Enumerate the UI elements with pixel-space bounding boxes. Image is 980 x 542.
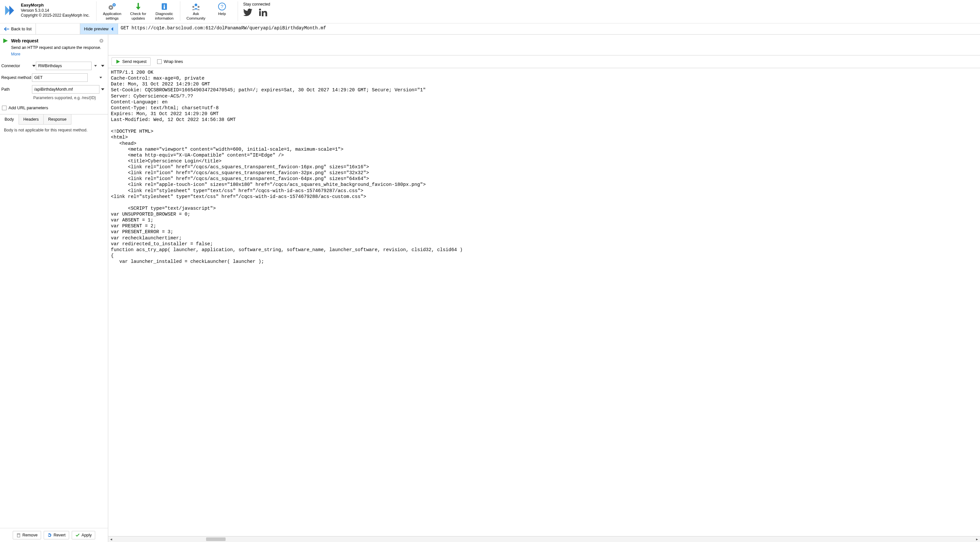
community-icon [191, 2, 200, 11]
diagnostic-information-button[interactable]: Diagnosticinformation [151, 1, 177, 22]
gears-icon [108, 2, 116, 11]
chevron-down-icon[interactable] [32, 64, 36, 68]
main-split: Web request Send an HTTP request and cap… [0, 35, 980, 542]
scroll-thumb[interactable] [206, 537, 226, 541]
ribbon: EasyMorph Version 5.3.0.14 Copyright © 2… [0, 0, 980, 24]
request-method-select[interactable] [32, 73, 88, 82]
svg-rect-7 [164, 6, 165, 9]
svg-point-3 [113, 4, 115, 6]
scroll-right-icon[interactable]: ► [974, 536, 980, 542]
stay-connected: Stay connected [240, 1, 273, 17]
divider [238, 1, 238, 21]
chevron-down-icon[interactable] [101, 88, 105, 91]
gear-icon[interactable] [99, 38, 104, 43]
svg-point-9 [192, 6, 194, 8]
ask-community-button[interactable]: AskCommunity [183, 1, 209, 22]
request-preview-area [108, 35, 980, 56]
divider [180, 1, 180, 21]
action-form: Connector Request method Path [0, 57, 108, 114]
help-button[interactable]: ? Help [209, 1, 235, 17]
chevron-down-icon[interactable] [101, 64, 105, 68]
chevron-left-icon [111, 27, 114, 31]
download-arrow-icon [135, 2, 142, 11]
connector-select[interactable] [36, 62, 92, 70]
action-header: Web request [0, 35, 108, 45]
action-description: Send an HTTP request and capture the res… [11, 45, 101, 50]
help-icon: ? [218, 2, 226, 11]
request-method-label: Request method [1, 75, 32, 80]
revert-button[interactable]: Revert [44, 531, 69, 539]
path-label: Path [1, 87, 32, 92]
label: Hide preview [84, 26, 108, 31]
application-settings-button[interactable]: Applicationsettings [99, 1, 125, 22]
svg-rect-17 [17, 534, 20, 537]
add-url-parameters-checkbox[interactable]: Add URL parameters [1, 104, 105, 114]
play-icon [3, 38, 8, 44]
svg-rect-4 [138, 3, 139, 7]
path-hint: Parameters supported, e.g. /res/{ID} [33, 96, 105, 100]
play-icon [116, 59, 120, 64]
check-icon [75, 533, 80, 537]
twitter-icon[interactable] [243, 8, 252, 16]
spacer [36, 24, 80, 34]
label: Back to list [11, 26, 32, 31]
apply-button[interactable]: Apply [72, 531, 95, 539]
request-summary: GET https://cq1e.barscloud.com:612/dolPa… [118, 24, 980, 34]
response-body[interactable]: HTTP/1.1 200 OK Cache-Control: max-age=0… [108, 68, 980, 536]
label: Application [103, 12, 121, 16]
info-icon [161, 2, 168, 11]
trash-icon [16, 533, 21, 537]
left-footer: Remove Revert Apply [0, 528, 108, 542]
path-input[interactable] [32, 85, 99, 94]
linkedin-icon[interactable] [258, 8, 267, 16]
label: Add URL parameters [8, 105, 48, 110]
connector-label: Connector [1, 64, 32, 68]
svg-point-16 [101, 40, 102, 41]
hide-preview-button[interactable]: Hide preview [80, 24, 118, 34]
svg-rect-18 [17, 534, 20, 534]
horizontal-scrollbar[interactable]: ◄ ► [108, 536, 980, 542]
more-link[interactable]: More [11, 51, 20, 57]
tab-body[interactable]: Body [0, 115, 19, 124]
app-logo-icon [4, 4, 18, 17]
svg-point-10 [197, 6, 199, 8]
body-tab-content: Body is not applicable for this request … [0, 124, 108, 528]
app-identity: EasyMorph Version 5.3.0.14 Copyright © 2… [3, 1, 94, 19]
wrap-lines-checkbox[interactable]: Wrap lines [157, 59, 183, 64]
action-title: Web request [11, 38, 99, 43]
svg-point-8 [195, 3, 197, 6]
app-version: Version 5.3.0.14 [21, 8, 90, 13]
right-panel: Send request Wrap lines HTTP/1.1 200 OK … [108, 35, 980, 542]
config-tabs: Body Headers Response [0, 114, 108, 124]
svg-text:?: ? [221, 3, 223, 9]
svg-point-14 [259, 9, 261, 11]
back-to-list-button[interactable]: Back to list [0, 24, 36, 34]
scroll-left-icon[interactable]: ◄ [108, 536, 114, 542]
tab-response[interactable]: Response [44, 115, 72, 124]
stay-connected-label: Stay connected [243, 2, 270, 6]
arrow-left-icon [4, 27, 9, 31]
checkbox-icon [157, 59, 162, 64]
remove-button[interactable]: Remove [13, 531, 41, 539]
checkbox-icon [2, 106, 6, 110]
divider [96, 1, 97, 21]
svg-point-1 [110, 7, 111, 8]
left-panel: Web request Send an HTTP request and cap… [0, 35, 108, 542]
subheader: Back to list Hide preview GET https://cq… [0, 24, 980, 35]
check-for-updates-button[interactable]: Check forupdates [125, 1, 151, 22]
svg-point-6 [164, 5, 165, 6]
app-copyright: Copyright © 2015-2022 EasyMorph Inc. [21, 13, 90, 18]
send-request-button[interactable]: Send request [111, 57, 151, 66]
undo-icon [47, 533, 52, 537]
svg-rect-13 [259, 11, 261, 16]
response-toolbar: Send request Wrap lines [108, 56, 980, 68]
app-title: EasyMorph [21, 3, 90, 8]
tab-headers[interactable]: Headers [19, 115, 44, 124]
